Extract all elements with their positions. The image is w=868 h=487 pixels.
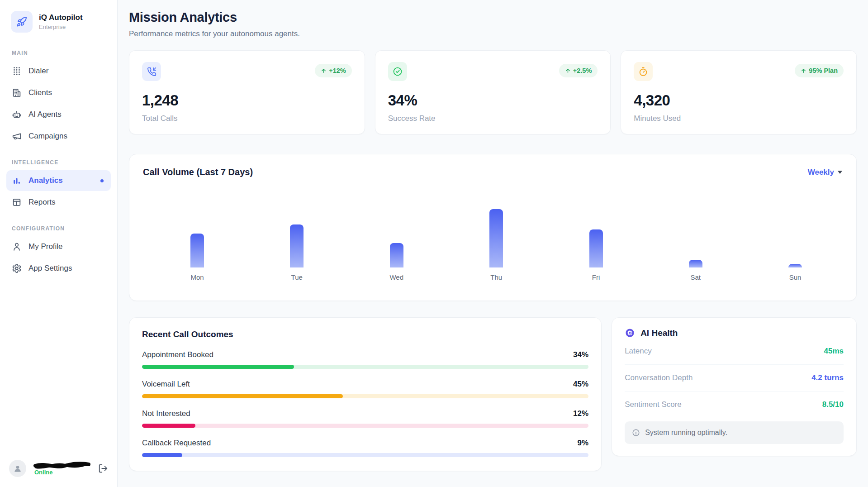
system-status-note: System running optimally. — [625, 421, 844, 444]
stat-value: 4,320 — [634, 92, 844, 109]
progress-track — [142, 365, 588, 369]
stat-card-minutes-used: 95% Plan 4,320 Minutes Used — [621, 50, 857, 134]
logout-icon — [98, 463, 108, 473]
building-icon — [12, 88, 22, 98]
sidebar-item-reports[interactable]: Reports — [6, 192, 111, 213]
chart-title: Call Volume (Last 7 Days) — [143, 167, 253, 177]
sidebar-item-ai-agents[interactable]: AI Agents — [6, 104, 111, 125]
user-icon — [12, 242, 22, 252]
logout-button[interactable] — [98, 463, 108, 473]
chart-x-tick-label: Tue — [291, 273, 303, 281]
ai-metric-value: 45ms — [824, 347, 844, 356]
trend-badge: +2.5% — [559, 64, 598, 77]
ai-metric-rows: Latency45msConversation Depth4.2 turnsSe… — [625, 338, 844, 418]
progress-fill — [142, 453, 182, 457]
sidebar-item-analytics[interactable]: Analytics — [6, 170, 111, 191]
page-subtitle: Performance metrics for your autonomous … — [129, 29, 857, 38]
stopwatch-icon — [634, 62, 653, 81]
stat-value: 1,248 — [142, 92, 352, 109]
outcome-percentage: 9% — [578, 439, 589, 448]
sidebar-nav: MAIN Dialer Clients AI Agents Campaigns … — [0, 37, 117, 280]
sidebar-item-label: Reports — [28, 198, 56, 207]
outcome-row: Callback Requested9% — [142, 439, 588, 457]
bar-chart: MonTueWedThuFriSatSun — [190, 184, 802, 281]
ai-health-title: AI Health — [640, 328, 678, 338]
outcome-percentage: 45% — [573, 380, 588, 389]
outcome-label: Appointment Booked — [142, 350, 213, 359]
system-status-text: System running optimally. — [645, 429, 727, 437]
chart-bar — [589, 229, 603, 267]
chart-bar — [390, 243, 403, 267]
section-label-intelligence: INTELLIGENCE — [6, 159, 111, 166]
sidebar-item-app-settings[interactable]: App Settings — [6, 258, 111, 279]
main-content: Mission Analytics Performance metrics fo… — [118, 0, 868, 487]
outcome-row: Not Interested12% — [142, 409, 588, 428]
active-indicator-dot — [100, 179, 104, 182]
redacted-email — [33, 460, 90, 469]
ai-metric-row: Conversation Depth4.2 turns — [625, 365, 844, 392]
stat-card-success-rate: +2.5% 34% Success Rate — [375, 50, 611, 134]
robot-icon — [12, 110, 22, 119]
recent-call-outcomes-card: Recent Call Outcomes Appointment Booked3… — [129, 317, 602, 471]
range-selector-dropdown[interactable]: Weekly — [808, 168, 843, 177]
stat-label: Total Calls — [142, 114, 352, 123]
brand-plan: Enterprise — [39, 24, 83, 30]
ai-metric-label: Latency — [625, 347, 652, 356]
chart-column-mon: Mon — [190, 234, 204, 281]
ai-metric-row: Latency45ms — [625, 338, 844, 365]
outcome-label: Voicemail Left — [142, 380, 190, 389]
user-chip: Online — [0, 453, 117, 487]
sidebar-item-label: Analytics — [28, 176, 63, 185]
bar-chart-icon — [12, 176, 22, 186]
outcome-label: Callback Requested — [142, 439, 211, 448]
sidebar-item-campaigns[interactable]: Campaigns — [6, 126, 111, 147]
outcome-percentage: 12% — [573, 409, 588, 418]
sidebar-item-label: My Profile — [28, 242, 63, 251]
chart-bar — [489, 209, 503, 267]
section-label-main: MAIN — [6, 50, 111, 56]
chart-column-tue: Tue — [290, 224, 304, 281]
ai-metric-row: Sentiment Score8.5/10 — [625, 392, 844, 418]
avatar — [9, 460, 26, 477]
dialpad-icon — [12, 66, 22, 76]
bottom-row: Recent Call Outcomes Appointment Booked3… — [129, 317, 857, 471]
check-circle-icon — [388, 62, 407, 81]
outcomes-title: Recent Call Outcomes — [142, 329, 588, 339]
progress-track — [142, 394, 588, 398]
stat-label: Minutes Used — [634, 114, 844, 123]
outcome-percentage: 34% — [573, 350, 588, 359]
brand: iQ Autopilot Enterprise — [0, 0, 117, 37]
chart-x-tick-label: Wed — [389, 273, 403, 281]
sidebar-item-label: Dialer — [28, 67, 48, 76]
call-volume-card: Call Volume (Last 7 Days) Weekly MonTueW… — [129, 154, 857, 301]
outcome-rows: Appointment Booked34%Voicemail Left45%No… — [142, 350, 588, 457]
progress-fill — [142, 365, 294, 369]
table-icon — [12, 197, 22, 207]
chart-x-tick-label: Sun — [789, 273, 802, 281]
rocket-icon — [11, 11, 33, 33]
page-title: Mission Analytics — [129, 10, 857, 25]
sidebar-item-label: App Settings — [28, 264, 72, 273]
sidebar-item-my-profile[interactable]: My Profile — [6, 236, 111, 257]
sidebar-item-dialer[interactable]: Dialer — [6, 61, 111, 81]
megaphone-icon — [12, 131, 22, 141]
chart-column-sun: Sun — [788, 264, 802, 281]
sidebar-item-label: AI Agents — [28, 110, 62, 119]
ai-health-card: AI Health Latency45msConversation Depth4… — [612, 317, 857, 456]
stat-value: 34% — [388, 92, 598, 109]
chart-column-thu: Thu — [489, 209, 503, 281]
ai-metric-label: Conversation Depth — [625, 373, 693, 382]
chart-column-wed: Wed — [389, 243, 403, 281]
brain-icon — [625, 328, 635, 338]
sidebar-item-clients[interactable]: Clients — [6, 82, 111, 103]
ai-metric-value: 4.2 turns — [811, 373, 844, 382]
stats-row: +12% 1,248 Total Calls +2.5% 34% Success… — [129, 50, 857, 134]
chart-x-tick-label: Sat — [690, 273, 701, 281]
progress-fill — [142, 424, 195, 428]
sidebar-item-label: Campaigns — [28, 132, 67, 141]
stat-label: Success Rate — [388, 114, 598, 123]
chart-bar — [190, 234, 204, 267]
section-label-configuration: CONFIGURATION — [6, 225, 111, 232]
arrow-up-icon — [321, 68, 327, 74]
chart-bar — [788, 264, 802, 267]
